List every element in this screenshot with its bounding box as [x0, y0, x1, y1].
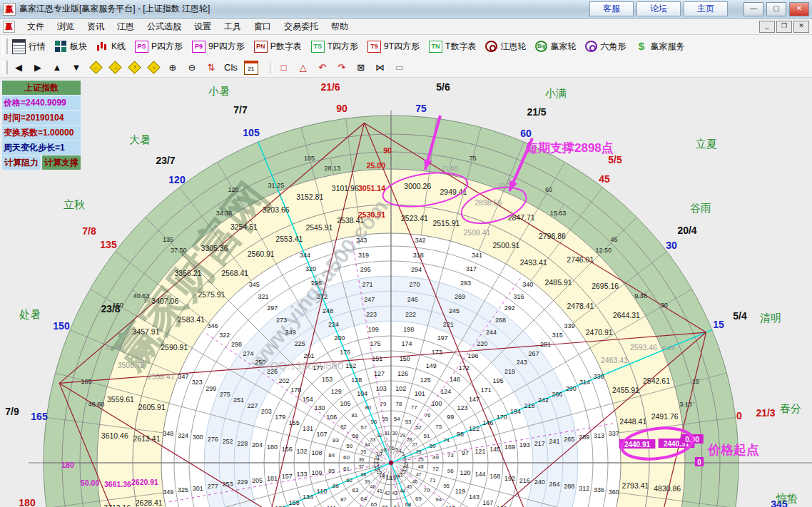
svg-text:342: 342 [415, 237, 426, 244]
svg-text:68: 68 [405, 501, 412, 507]
svg-text:65: 65 [370, 501, 377, 507]
svg-text:196: 196 [468, 352, 479, 359]
toolbar-handle[interactable] [2, 61, 8, 74]
home-button[interactable]: 主页 [684, 1, 728, 16]
menu-browse[interactable]: 浏览 [51, 19, 81, 34]
svg-text:165: 165 [81, 378, 92, 385]
svg-text:122: 122 [469, 425, 479, 432]
mdi-restore-button[interactable]: ❐ [776, 21, 792, 33]
toolbar-button-P数字表[interactable]: PNP数字表 [254, 41, 302, 53]
9P四方形-icon: P9 [192, 41, 205, 53]
svg-text:2545.91: 2545.91 [305, 223, 333, 232]
calendar-icon[interactable]: 21 [244, 61, 258, 75]
axis-highlight: 2440.91 [624, 441, 651, 449]
svg-text:120: 120 [228, 186, 238, 193]
svg-text:2500.91: 2500.91 [493, 241, 520, 250]
toolbar-button-9T四方形[interactable]: T99T四方形 [367, 41, 420, 53]
svg-text:49: 49 [432, 454, 439, 461]
pan-up-icon[interactable]: ↑ [128, 61, 141, 75]
svg-text:172: 172 [459, 364, 470, 372]
axis-highlight: 0 [697, 459, 701, 466]
annotation-text: 短期支撑2898点 [525, 141, 614, 155]
svg-text:2590.91: 2590.91 [161, 343, 188, 352]
svg-text:314: 314 [579, 379, 590, 386]
svg-text:127: 127 [374, 370, 385, 377]
coef-row: 变换系数=1.00000 [1, 125, 81, 140]
toolbar-button-K线[interactable]: K线 [96, 41, 126, 53]
toolbar-button-T数字表[interactable]: TNT数字表 [429, 41, 476, 53]
svg-text:80: 80 [365, 404, 371, 411]
mdi-minimize-button[interactable]: _ [759, 21, 775, 33]
rotate-cw-icon[interactable]: ↷ [335, 61, 348, 75]
svg-text:197: 197 [437, 334, 448, 342]
angle-label: 180 [19, 497, 36, 507]
delete-box-icon[interactable]: ⊠ [355, 61, 367, 75]
svg-text:124: 124 [440, 388, 451, 395]
svg-text:193: 193 [519, 441, 530, 449]
pan-down-icon[interactable]: ↓ [147, 61, 160, 75]
svg-text:296: 296 [311, 280, 322, 287]
forum-button[interactable]: 论坛 [636, 1, 681, 16]
toolbar-button-板块[interactable]: 板块 [55, 41, 87, 53]
zoom-out-icon[interactable]: ⊖ [186, 61, 198, 75]
menu-news[interactable]: 资讯 [81, 19, 111, 34]
maximize-button[interactable]: ▢ [766, 2, 786, 16]
menu-formula[interactable]: 公式选股 [141, 19, 188, 34]
calc-support-button[interactable]: 计算支撑 [41, 155, 81, 170]
toolbar-button-赢家服务[interactable]: $赢家服务 [635, 41, 684, 53]
toolbar-handle[interactable] [2, 39, 8, 54]
updown-icon[interactable]: ⇅ [205, 61, 218, 75]
cls-button[interactable]: Cls [224, 61, 238, 75]
minimize-button[interactable]: — [744, 2, 763, 16]
kefu-button[interactable]: 客服 [589, 1, 634, 16]
menu-file[interactable]: 文件 [21, 19, 51, 34]
svg-text:45: 45 [611, 236, 618, 243]
prev-arrow-icon[interactable]: ◀ [12, 61, 25, 75]
svg-text:2695.16: 2695.16 [592, 282, 619, 290]
rotate-ccw-icon[interactable]: ↶ [316, 61, 329, 75]
svg-text:167: 167 [482, 499, 493, 506]
toolbar-label: 9T四方形 [384, 41, 420, 53]
svg-text:85: 85 [328, 468, 335, 474]
calc-resistance-button[interactable]: 计算阻力 [1, 155, 41, 170]
menu-tools[interactable]: 工具 [218, 19, 248, 34]
svg-text:46.88: 46.88 [88, 401, 105, 408]
menu-settings[interactable]: 设置 [188, 19, 218, 34]
menu-help[interactable]: 帮助 [325, 19, 355, 34]
title-bar[interactable]: 赢 赢家江恩专业版[赢家服务平台] - [上证指数 江恩轮] 客服 论坛 主页 … [0, 0, 812, 19]
menu-gann[interactable]: 江恩 [111, 19, 141, 34]
svg-text:3407.06: 3407.06 [151, 297, 178, 305]
svg-text:345: 345 [249, 281, 260, 288]
toolbar-button-9P四方形[interactable]: P99P四方形 [192, 41, 245, 53]
board-icon[interactable]: ▭ [393, 61, 406, 75]
svg-text:151: 151 [372, 355, 382, 362]
toolbar-button-江恩轮[interactable]: 江恩轮 [485, 41, 526, 53]
toolbar-button-T四方形[interactable]: TST四方形 [311, 41, 358, 53]
行情-icon [12, 39, 26, 54]
axis-highlight: 2530.91 [358, 210, 385, 219]
svg-text:276: 276 [208, 436, 218, 443]
svg-text:290: 290 [566, 385, 577, 392]
zoom-in-icon[interactable]: ⊕ [166, 61, 179, 75]
menu-trade[interactable]: 交易委托 [278, 19, 325, 34]
svg-text:274: 274 [243, 350, 254, 357]
square-tool-icon[interactable]: □ [278, 61, 290, 75]
pointer-down-icon[interactable]: ▼ [70, 61, 83, 75]
pan-right-icon[interactable]: → [108, 61, 121, 75]
menu-window[interactable]: 窗口 [248, 19, 278, 34]
triangle-tool-icon[interactable]: △ [297, 61, 310, 75]
svg-text:270: 270 [409, 281, 420, 288]
toolbar-button-六角形[interactable]: 六角形 [585, 41, 626, 53]
date-label: 21/6 [320, 81, 340, 93]
pan-left-icon[interactable]: ← [89, 61, 102, 75]
close-button[interactable]: ✕ [789, 2, 809, 16]
toolbar-button-行情[interactable]: 行情 [12, 39, 46, 54]
svg-text:313: 313 [594, 432, 604, 439]
pointer-up-icon[interactable]: ▲ [51, 61, 64, 75]
mdi-close-button[interactable]: ✕ [793, 21, 809, 33]
next-arrow-icon[interactable]: ▶ [31, 61, 44, 75]
toolbar-button-赢家轮[interactable]: Big赢家轮 [535, 41, 576, 53]
fit-icon[interactable]: ⋈ [374, 61, 387, 75]
svg-text:2598.41: 2598.41 [148, 372, 175, 381]
toolbar-button-P四方形[interactable]: PSP四方形 [135, 41, 183, 53]
